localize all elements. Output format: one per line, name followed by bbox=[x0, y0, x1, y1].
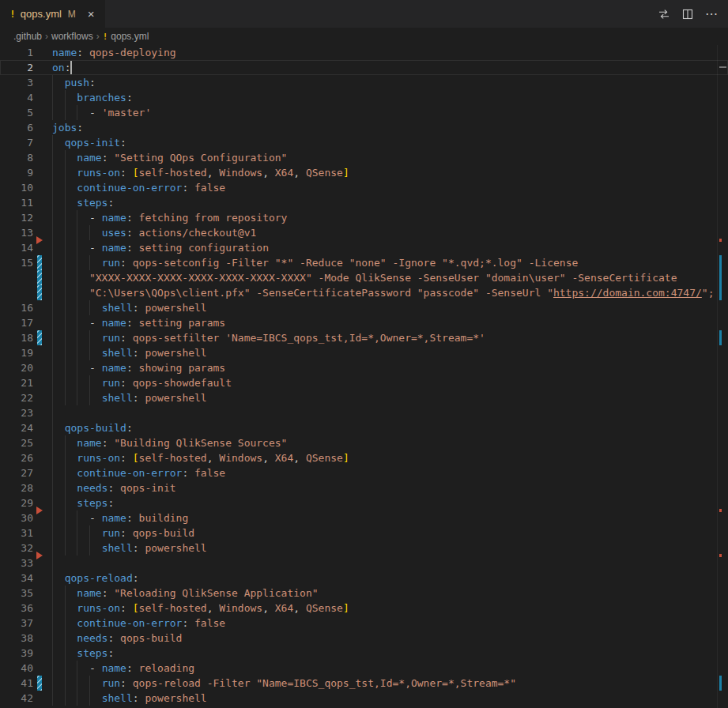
code-line[interactable]: 41 run: qops-reload -Filter "Name=IBCS_q… bbox=[0, 676, 728, 691]
line-number[interactable]: 5 bbox=[27, 105, 33, 120]
line-number[interactable]: 27 bbox=[21, 465, 33, 480]
more-actions-icon[interactable]: ⋯ bbox=[701, 5, 722, 24]
code-line[interactable]: 21 run: qops-showdefault bbox=[0, 375, 728, 390]
code-line[interactable]: "XXXX-XXXX-XXXX-XXXX-XXXX-XXXX-XXXX" -Mo… bbox=[0, 270, 728, 285]
line-number[interactable]: 42 bbox=[21, 691, 33, 706]
line-number[interactable]: 41 bbox=[21, 676, 33, 691]
code-line[interactable]: 29 steps: bbox=[0, 495, 728, 510]
line-number[interactable]: 7 bbox=[27, 135, 33, 150]
line-number[interactable]: 4 bbox=[27, 90, 33, 105]
line-number[interactable]: 6 bbox=[27, 120, 33, 135]
line-number[interactable]: 24 bbox=[21, 420, 33, 435]
code-line[interactable]: 9 runs-on: [self-hosted, Windows, X64, Q… bbox=[0, 165, 728, 180]
code-line[interactable]: 10 continue-on-error: false bbox=[0, 180, 728, 195]
git-modified-bar[interactable] bbox=[37, 330, 42, 345]
line-number[interactable]: 21 bbox=[21, 375, 33, 390]
code-line[interactable]: 26 runs-on: [self-hosted, Windows, X64, … bbox=[0, 450, 728, 465]
code-line[interactable]: 19 shell: powershell bbox=[0, 345, 728, 360]
line-number[interactable]: 39 bbox=[21, 646, 33, 661]
line-number[interactable]: 10 bbox=[21, 180, 33, 195]
code-line[interactable]: 27 continue-on-error: false bbox=[0, 465, 728, 480]
code-line[interactable]: 32 shell: powershell bbox=[0, 540, 728, 555]
code-line[interactable]: 42 shell: powershell bbox=[0, 691, 728, 706]
editor[interactable]: 1name: qops-deploying2on:3 push:4 branch… bbox=[0, 45, 728, 708]
line-number[interactable]: 13 bbox=[21, 225, 33, 240]
line-number[interactable]: 22 bbox=[21, 390, 33, 405]
link[interactable]: https://domain.com:4747/ bbox=[553, 287, 702, 299]
line-number[interactable]: 33 bbox=[21, 555, 33, 571]
line-number[interactable]: 36 bbox=[21, 601, 33, 616]
line-number[interactable]: 2 bbox=[27, 60, 33, 75]
code-line[interactable]: 5 - 'master' bbox=[0, 105, 728, 120]
tab-qops-yml[interactable]: ! qops.yml M × bbox=[0, 0, 106, 28]
code-line[interactable]: 22 shell: powershell bbox=[0, 390, 728, 405]
line-number[interactable]: 28 bbox=[21, 480, 33, 495]
line-number[interactable]: 40 bbox=[21, 661, 33, 676]
line-number[interactable]: 9 bbox=[27, 165, 33, 180]
code-line[interactable]: 13 uses: actions/checkout@v1 bbox=[0, 225, 728, 240]
overview-ruler[interactable] bbox=[717, 45, 728, 708]
code-line[interactable]: 35 name: "Reloading QlikSense Applicatio… bbox=[0, 586, 728, 601]
breadcrumb-item--github[interactable]: .github bbox=[13, 31, 42, 42]
line-number[interactable]: 8 bbox=[27, 150, 33, 165]
code-line[interactable]: 6jobs: bbox=[0, 120, 728, 135]
line-number[interactable]: 18 bbox=[21, 330, 33, 345]
line-number[interactable]: 11 bbox=[21, 195, 33, 210]
git-modified-bar[interactable] bbox=[37, 285, 42, 300]
code-line[interactable]: 14 - name: setting configuration bbox=[0, 240, 728, 255]
code-line[interactable]: 7 qops-init: bbox=[0, 135, 728, 150]
line-number[interactable]: 14 bbox=[21, 240, 33, 255]
code-line[interactable]: 8 name: "Setting QOps Configuration" bbox=[0, 150, 728, 165]
code-line[interactable]: 17 - name: setting params bbox=[0, 315, 728, 330]
line-number[interactable]: 35 bbox=[21, 586, 33, 601]
line-number[interactable]: 23 bbox=[21, 405, 33, 420]
code-line[interactable]: 25 name: "Building QlikSense Sources" bbox=[0, 435, 728, 450]
line-number[interactable]: 19 bbox=[21, 345, 33, 360]
line-number[interactable]: 37 bbox=[21, 616, 33, 631]
code-line[interactable]: 16 shell: powershell bbox=[0, 300, 728, 315]
git-deleted-marker-icon[interactable] bbox=[36, 236, 43, 244]
code-line[interactable]: 30 - name: building bbox=[0, 510, 728, 525]
line-number[interactable]: 32 bbox=[21, 540, 33, 555]
line-number[interactable]: 38 bbox=[21, 631, 33, 646]
line-number[interactable]: 3 bbox=[27, 75, 33, 90]
code-line[interactable]: 4 branches: bbox=[0, 90, 728, 105]
code-line[interactable]: 3 push: bbox=[0, 75, 728, 90]
close-icon[interactable]: × bbox=[85, 8, 97, 20]
line-number[interactable]: 16 bbox=[21, 300, 33, 315]
line-number[interactable]: 29 bbox=[21, 495, 33, 510]
line-number[interactable]: 34 bbox=[21, 571, 33, 586]
code-line[interactable]: "C:\Users\QOps\client.pfx" -SenseCertifi… bbox=[0, 285, 728, 300]
code-line[interactable]: 15 run: qops-setconfig -Filter "*" -Redu… bbox=[0, 255, 728, 270]
code-line[interactable]: 34 qops-reload: bbox=[0, 571, 728, 586]
line-number[interactable]: 26 bbox=[21, 450, 33, 465]
code-line[interactable]: 31 run: qops-build bbox=[0, 525, 728, 540]
code-line[interactable]: 40 - name: reloading bbox=[0, 661, 728, 676]
code-line[interactable]: 37 continue-on-error: false bbox=[0, 616, 728, 631]
split-editor-icon[interactable] bbox=[677, 5, 698, 24]
line-number[interactable]: 20 bbox=[21, 360, 33, 375]
code-line[interactable]: 20 - name: showing params bbox=[0, 360, 728, 375]
git-deleted-marker-icon[interactable] bbox=[36, 507, 43, 514]
code-line[interactable]: 36 runs-on: [self-hosted, Windows, X64, … bbox=[0, 601, 728, 616]
code-line[interactable]: 11 steps: bbox=[0, 195, 728, 210]
line-number[interactable]: 1 bbox=[27, 45, 33, 60]
line-number[interactable]: 30 bbox=[21, 510, 33, 525]
line-number[interactable]: 31 bbox=[21, 525, 33, 540]
code-line[interactable]: 28 needs: qops-init bbox=[0, 480, 728, 495]
line-number[interactable]: 17 bbox=[21, 315, 33, 330]
code-line[interactable]: 2on: bbox=[0, 60, 728, 75]
git-modified-bar[interactable] bbox=[37, 270, 42, 285]
open-changes-icon[interactable] bbox=[654, 5, 674, 24]
code-line[interactable]: 24 qops-build: bbox=[0, 420, 728, 435]
line-number[interactable]: 12 bbox=[21, 210, 33, 225]
breadcrumb-item-qops-yml[interactable]: !qops.yml bbox=[103, 31, 149, 42]
git-modified-bar[interactable] bbox=[37, 676, 42, 691]
breadcrumb-item-workflows[interactable]: workflows bbox=[51, 31, 93, 42]
code-line[interactable]: 23 bbox=[0, 405, 728, 420]
git-deleted-marker-icon[interactable] bbox=[36, 552, 43, 559]
line-number[interactable]: 25 bbox=[21, 435, 33, 450]
code-line[interactable]: 33 bbox=[0, 555, 728, 571]
code-line[interactable]: 39 steps: bbox=[0, 646, 728, 661]
line-number[interactable]: 15 bbox=[21, 255, 33, 270]
